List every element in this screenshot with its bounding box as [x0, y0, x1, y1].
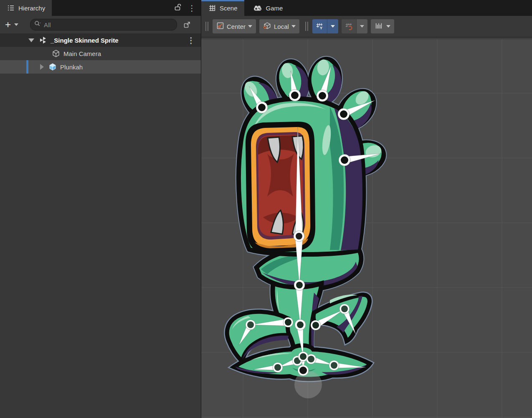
chevron-down-icon	[386, 25, 390, 28]
grid-options-dropdown[interactable]	[327, 19, 338, 33]
grid-snap-toggle[interactable]	[342, 19, 356, 33]
scene-grid-icon	[208, 4, 216, 12]
scene-menu-icon[interactable]: ⋮	[187, 36, 195, 44]
scene-toolbar: Center Local	[201, 16, 532, 38]
foldout-expanded-icon[interactable]	[28, 38, 34, 42]
pivot-mode-label: Center	[227, 23, 246, 30]
object-name-label: Plunkah	[60, 64, 83, 71]
hierarchy-row-main-camera[interactable]: Main Camera	[0, 47, 201, 60]
orientation-mode-label: Local	[274, 23, 289, 30]
right-leaf	[314, 295, 370, 341]
hierarchy-menu-icon[interactable]: ⋮	[188, 4, 196, 12]
tab-scene[interactable]: Scene	[201, 0, 244, 16]
pivot-icon	[216, 22, 224, 31]
game-tab-label: Game	[266, 5, 283, 12]
selection-indicator-bar	[26, 60, 28, 74]
grid-visibility-toggle[interactable]: Y	[312, 19, 327, 33]
unity-editor: Hierarchy ⋮ +	[0, 0, 532, 418]
grid-axis-letter: Y	[320, 26, 322, 30]
local-cube-icon	[263, 22, 271, 31]
hierarchy-list-icon	[7, 4, 15, 12]
hierarchy-search[interactable]	[30, 19, 177, 31]
create-button[interactable]: +	[4, 20, 12, 29]
cube-wireframe-icon	[51, 49, 61, 58]
hierarchy-tab-label: Hierarchy	[18, 5, 45, 12]
snap-increment-button[interactable]	[371, 19, 394, 33]
gamepad-icon	[253, 4, 263, 12]
object-name-label: Main Camera	[63, 50, 101, 57]
scene-viewport[interactable]	[201, 38, 532, 418]
hierarchy-rows: _Single Skinned Sprite ⋮ Main Camera	[0, 33, 201, 74]
pivot-mode-button[interactable]: Center	[213, 19, 256, 33]
grid-visibility-group: Y	[312, 19, 338, 33]
hierarchy-row-scene[interactable]: _Single Skinned Sprite ⋮	[0, 33, 201, 47]
search-input[interactable]	[43, 21, 152, 29]
orientation-mode-button[interactable]: Local	[259, 19, 299, 33]
foldout-collapsed-icon[interactable]	[40, 64, 44, 70]
scene-canvas[interactable]	[201, 38, 532, 418]
tab-hierarchy[interactable]: Hierarchy	[0, 0, 52, 16]
chevron-down-icon	[248, 25, 252, 28]
search-icon	[34, 20, 41, 29]
toolbar-drag-handle[interactable]	[205, 22, 208, 31]
unlock-icon[interactable]	[174, 3, 182, 13]
hierarchy-panel: Hierarchy ⋮ +	[0, 0, 201, 418]
hierarchy-toolbar: +	[0, 16, 201, 33]
scene-tab-label: Scene	[220, 5, 238, 12]
unity-logo-icon	[38, 36, 48, 45]
hierarchy-tabbar-actions: ⋮	[174, 0, 201, 16]
mouth	[246, 122, 315, 252]
grid-snap-group	[342, 19, 367, 33]
grid-snap-dropdown[interactable]	[356, 19, 367, 33]
transform-handle-circle[interactable]	[294, 371, 322, 398]
prefab-cube-icon	[48, 62, 57, 71]
hierarchy-row-plunkah[interactable]: Plunkah	[0, 60, 201, 74]
create-dropdown-icon[interactable]	[14, 23, 18, 26]
hierarchy-tabbar: Hierarchy ⋮	[0, 0, 201, 16]
scene-panel: Scene Game	[201, 0, 532, 418]
viewport-top-shade	[201, 38, 532, 39]
toolbar-drag-handle[interactable]	[305, 22, 308, 31]
scene-tabbar: Scene Game	[201, 0, 532, 16]
chevron-down-icon	[291, 25, 296, 28]
tab-game[interactable]: Game	[246, 0, 290, 16]
snap-increment-icon	[375, 22, 383, 31]
scene-name-label: _Single Skinned Sprite	[51, 37, 119, 44]
open-search-window-icon[interactable]	[183, 20, 191, 29]
